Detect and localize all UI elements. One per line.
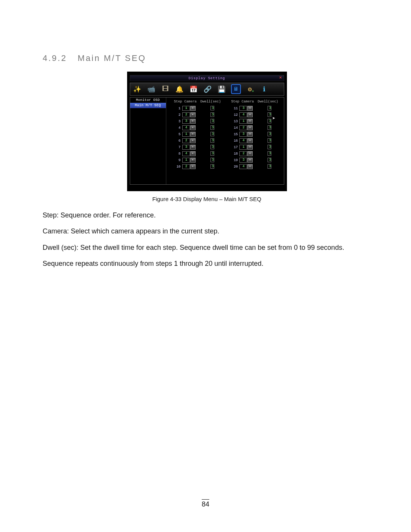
dwell-input[interactable]: 3: [210, 106, 214, 110]
camera-select[interactable]: 2: [182, 164, 190, 169]
step-number: 6: [169, 139, 182, 143]
seq-row: 11▾3: [169, 105, 225, 112]
camera-select[interactable]: 2: [182, 138, 190, 143]
sidebar-item-monitor-osd[interactable]: Monitor OSD: [130, 97, 166, 103]
dwell-input[interactable]: 3: [268, 151, 271, 156]
dwell-input[interactable]: 3: [210, 164, 214, 169]
alarm-icon[interactable]: 🔔: [175, 84, 185, 94]
camera-select[interactable]: 3: [239, 106, 247, 111]
chevron-down-icon[interactable]: ▾: [190, 112, 196, 117]
chevron-down-icon[interactable]: ▾: [190, 158, 196, 163]
dwell-input[interactable]: 3: [268, 158, 271, 162]
chevron-down-icon[interactable]: ▾: [190, 106, 196, 111]
seq-column-left: Step Camera Dwell(sec) 11▾322▾333▾344▾35…: [169, 100, 225, 170]
camera-select[interactable]: 2: [239, 151, 247, 156]
camera-select[interactable]: 3: [182, 119, 190, 124]
seq-row: 153▾3: [226, 131, 282, 137]
schedule-icon[interactable]: 📅: [189, 84, 199, 94]
chevron-down-icon[interactable]: ▾: [190, 151, 196, 156]
dwell-input[interactable]: 3: [268, 119, 271, 123]
dialog-titlebar: Display Setting ✕: [130, 75, 284, 81]
chevron-down-icon[interactable]: ▾: [247, 164, 253, 169]
paragraph-repeat: Sequence repeats continuously from steps…: [43, 257, 371, 270]
camera-select[interactable]: 4: [239, 164, 247, 169]
dwell-input[interactable]: 3: [210, 151, 214, 156]
system-icon[interactable]: ⚙: [245, 84, 255, 94]
chevron-down-icon[interactable]: ▾: [247, 138, 253, 143]
camera-select[interactable]: 4: [182, 125, 190, 130]
dwell-input[interactable]: 3: [268, 145, 271, 149]
dwell-input[interactable]: 3: [268, 164, 271, 169]
step-number: 20: [226, 165, 239, 169]
header-dwell: Dwell(sec): [256, 100, 282, 104]
chevron-down-icon[interactable]: ▾: [190, 119, 196, 124]
camera-select[interactable]: 4: [182, 151, 190, 156]
seq-row: 51▾3: [169, 131, 225, 137]
camera-select[interactable]: 4: [239, 138, 247, 143]
chevron-down-icon[interactable]: ▾: [190, 132, 196, 137]
camera-select[interactable]: 1: [182, 132, 190, 137]
chevron-down-icon[interactable]: ▾: [190, 138, 196, 143]
close-icon[interactable]: ✕: [278, 75, 284, 81]
dwell-input[interactable]: 3: [268, 138, 271, 143]
chevron-down-icon[interactable]: ▾: [190, 164, 196, 169]
camera-select[interactable]: 1: [182, 158, 190, 163]
display-icon[interactable]: 🖥: [231, 84, 241, 94]
chevron-down-icon[interactable]: ▾: [247, 158, 253, 163]
header-camera: Camera: [239, 100, 256, 104]
dwell-input[interactable]: 3: [210, 112, 214, 117]
chevron-down-icon[interactable]: ▾: [190, 125, 196, 130]
chevron-down-icon[interactable]: ▾: [247, 119, 253, 124]
camera-select[interactable]: 1: [182, 106, 190, 111]
dwell-input[interactable]: 3: [210, 132, 214, 136]
step-number: 17: [226, 145, 239, 149]
seq-row: 73▾3: [169, 144, 225, 150]
seq-row: 33▾3: [169, 118, 225, 125]
record-icon[interactable]: 🎞: [161, 84, 170, 94]
seq-row: 44▾3: [169, 125, 225, 131]
dwell-input[interactable]: 3: [268, 112, 271, 117]
chevron-down-icon[interactable]: ▾: [247, 106, 253, 111]
info-icon[interactable]: ℹ: [259, 84, 269, 94]
dwell-input[interactable]: 3: [210, 138, 214, 143]
seq-row: 22▾3: [169, 112, 225, 118]
chevron-down-icon[interactable]: ▾: [247, 125, 253, 130]
step-number: 13: [226, 120, 239, 123]
dialog-main: Step Camera Dwell(sec) 11▾322▾333▾344▾35…: [166, 97, 284, 184]
seq-row: 204▾3: [226, 163, 282, 170]
chevron-down-icon[interactable]: ▾: [247, 145, 253, 150]
chevron-down-icon[interactable]: ▾: [190, 145, 196, 150]
dwell-input[interactable]: 3: [210, 125, 214, 130]
dwell-input[interactable]: 3: [210, 119, 214, 123]
camera-select[interactable]: 1: [239, 145, 247, 150]
step-number: 14: [226, 126, 239, 130]
header-dwell: Dwell(sec): [199, 100, 225, 104]
page-number: 84: [0, 499, 411, 508]
step-number: 2: [169, 113, 182, 117]
camera-select[interactable]: 3: [182, 145, 190, 150]
dwell-input[interactable]: 3: [268, 132, 271, 136]
camera-icon[interactable]: 📹: [147, 84, 156, 94]
camera-select[interactable]: 1: [239, 119, 247, 124]
wand-icon[interactable]: ✨: [132, 84, 142, 94]
camera-select[interactable]: 3: [239, 158, 247, 163]
seq-row: 131▾3: [226, 118, 282, 125]
dwell-input[interactable]: 3: [210, 158, 214, 162]
dwell-input[interactable]: 3: [210, 145, 214, 149]
sidebar-item-main-mt-seq[interactable]: Main M/T SEQ: [130, 103, 166, 108]
paragraph-step: Step: Sequence order. For reference.: [43, 209, 371, 221]
dwell-input[interactable]: 3: [268, 106, 271, 110]
chevron-down-icon[interactable]: ▾: [247, 151, 253, 156]
camera-select[interactable]: 3: [239, 132, 247, 137]
step-number: 19: [226, 158, 239, 162]
network-icon[interactable]: 🔗: [203, 84, 213, 94]
chevron-down-icon[interactable]: ▾: [247, 112, 253, 117]
dwell-input[interactable]: 3: [268, 125, 271, 130]
chevron-down-icon[interactable]: ▾: [247, 132, 253, 137]
dvr-dialog: Display Setting ✕ ✨ 📹 🎞 🔔 📅 🔗 💾 🖥 ⚙ ℹ Mo…: [127, 72, 287, 191]
storage-icon[interactable]: 💾: [217, 84, 227, 94]
camera-select[interactable]: 2: [182, 112, 190, 117]
camera-select[interactable]: 4: [239, 112, 247, 117]
seq-row: 164▾3: [226, 137, 282, 144]
camera-select[interactable]: 2: [239, 125, 247, 130]
